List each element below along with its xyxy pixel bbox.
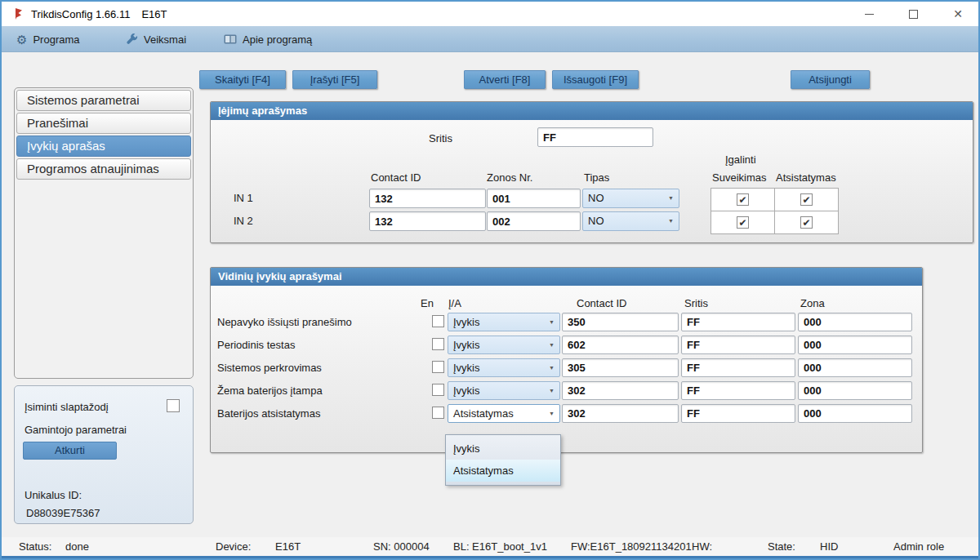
menu-programa[interactable]: ⚙ Programa <box>11 26 85 52</box>
event2-ia-dropdown[interactable]: Įvykis <box>448 336 560 354</box>
event2-zona-input[interactable] <box>798 336 912 354</box>
sidebar-item-sistemos-parametrai[interactable]: Sistemos parametrai <box>16 90 191 111</box>
app-logo-icon <box>13 7 24 20</box>
type-column-header: Tipas <box>584 171 609 184</box>
state-value: HID <box>820 540 838 553</box>
restore-column-header: Atsistatymas <box>776 171 836 184</box>
open-button[interactable]: Atverti [F8] <box>464 70 546 89</box>
role-label: Admin role <box>893 540 944 553</box>
event3-zona-input[interactable] <box>798 358 912 377</box>
contact-id-column-header: Contact ID <box>577 297 626 309</box>
sidebar-item-programos-atnaujinimas[interactable]: Programos atnaujinimas <box>16 158 191 180</box>
event-row-label: Periodinis testas <box>217 339 295 351</box>
write-button[interactable]: Įrašyti [F5] <box>292 70 377 89</box>
event4-en-checkbox[interactable] <box>432 384 444 396</box>
maximize-button[interactable] <box>896 2 930 26</box>
event4-zona-input[interactable] <box>798 381 912 400</box>
app-window: TrikdisConfig 1.66.11E16T ✕ ⚙ Programa V… <box>0 0 980 560</box>
minimize-button[interactable] <box>852 2 886 26</box>
menu-bar: ⚙ Programa Veiksmai Apie programą <box>2 26 978 52</box>
in1-type-dropdown[interactable]: NO <box>582 189 679 208</box>
title-bar: TrikdisConfig 1.66.11E16T ✕ <box>2 2 978 26</box>
event2-ia-value: Įvykis <box>453 339 480 351</box>
event5-zona-input[interactable] <box>798 404 912 423</box>
dropdown-option-ivykis[interactable]: Įvykis <box>446 438 560 460</box>
event2-en-checkbox[interactable] <box>432 338 444 350</box>
save-button[interactable]: Išsaugoti [F9] <box>552 70 639 89</box>
close-button[interactable]: ✕ <box>941 2 975 26</box>
event5-ia-dropdown[interactable]: Atsistatymas <box>448 404 560 423</box>
unique-id-value: D88039E75367 <box>26 507 100 519</box>
event5-sritis-input[interactable] <box>681 404 795 423</box>
device-value: E16T <box>275 540 301 553</box>
event-row-label: Baterijos atsistatymas <box>217 407 320 420</box>
event1-sritis-input[interactable] <box>681 313 795 331</box>
enable-check-grid <box>711 188 839 233</box>
window-title: TrikdisConfig 1.66.11E16T <box>31 8 167 20</box>
remember-password-label: Įsiminti slaptažodį <box>24 401 109 413</box>
in1-restore-checkbox[interactable] <box>800 193 813 206</box>
check-cell <box>774 211 839 234</box>
event5-ia-value: Atsistatymas <box>453 407 514 420</box>
in2-type-dropdown[interactable]: NO <box>582 211 679 231</box>
event5-contact-id-input[interactable] <box>562 404 679 423</box>
status-label: Status: <box>19 540 51 553</box>
state-label: State: <box>768 540 795 553</box>
in2-zone-input[interactable] <box>487 211 581 231</box>
event4-ia-dropdown[interactable]: Įvykis <box>448 381 560 400</box>
firmware: FW:E16T_180921134201 <box>571 540 692 553</box>
sidebar-item-pranesimai[interactable]: Pranešimai <box>16 113 191 134</box>
in2-restore-checkbox[interactable] <box>800 216 813 229</box>
menu-apie[interactable]: Apie programą <box>219 26 317 52</box>
check-cell <box>774 188 839 211</box>
in2-trigger-checkbox[interactable] <box>737 216 749 229</box>
sritis-input[interactable] <box>537 127 653 147</box>
event4-contact-id-input[interactable] <box>562 381 679 400</box>
bottom-accent-strip <box>2 556 978 560</box>
event3-ia-dropdown[interactable]: Įvykis <box>448 358 560 377</box>
sidebar-item-ivykiu-aprasas[interactable]: Įvykių aprašas <box>16 136 191 157</box>
event-row-label: Sistemos perkrovimas <box>217 362 322 374</box>
read-button[interactable]: Skaityti [F4] <box>199 70 286 89</box>
input-row-label: IN 1 <box>234 192 253 204</box>
disconnect-button[interactable]: Atsijungti <box>791 70 870 89</box>
check-cell <box>710 211 775 234</box>
event1-en-checkbox[interactable] <box>432 315 444 327</box>
ia-column-header: Į/A <box>448 297 461 309</box>
event4-sritis-input[interactable] <box>681 381 795 400</box>
event1-contact-id-input[interactable] <box>562 313 679 331</box>
events-panel: Vidinių įvykių aprašymai En Į/A Contact … <box>210 267 923 453</box>
trigger-column-header: Suveikimas <box>712 171 766 184</box>
menu-programa-label: Programa <box>33 33 79 46</box>
event3-contact-id-input[interactable] <box>562 358 679 377</box>
menu-veiksmai[interactable]: Veiksmai <box>121 26 191 52</box>
restore-button[interactable]: Atkurti <box>23 442 117 460</box>
event2-sritis-input[interactable] <box>681 336 795 354</box>
event5-en-checkbox[interactable] <box>432 407 444 419</box>
sritis-label: Sritis <box>429 132 452 144</box>
menu-apie-label: Apie programą <box>243 33 312 46</box>
zone-column-header: Zonos Nr. <box>487 171 532 184</box>
device-label: Device: <box>216 540 251 553</box>
hardware-label: HW: <box>692 540 712 553</box>
status-bar: Status: done Device: E16T SN: 000004 BL:… <box>2 537 978 556</box>
remember-password-checkbox[interactable] <box>167 399 180 412</box>
in1-trigger-checkbox[interactable] <box>737 193 749 206</box>
dropdown-option-atsistatymas[interactable]: Atsistatymas <box>446 460 560 482</box>
event1-zona-input[interactable] <box>798 313 912 331</box>
event4-ia-value: Įvykis <box>453 384 480 397</box>
event3-en-checkbox[interactable] <box>432 361 444 373</box>
app-title: TrikdisConfig 1.66.11 <box>31 8 130 20</box>
event3-sritis-input[interactable] <box>681 358 795 377</box>
event1-ia-dropdown[interactable]: Įvykis <box>448 313 560 331</box>
contact-id-column-header: Contact ID <box>371 171 421 184</box>
bootloader: BL: E16T_boot_1v1 <box>453 540 547 553</box>
event2-contact-id-input[interactable] <box>562 336 679 354</box>
in1-contact-id-input[interactable] <box>369 189 486 208</box>
unique-id-label: Unikalus ID: <box>24 489 82 501</box>
in1-zone-input[interactable] <box>487 189 581 208</box>
device-title: E16T <box>141 8 167 20</box>
in2-contact-id-input[interactable] <box>369 211 486 231</box>
close-icon: ✕ <box>953 7 963 20</box>
ia-dropdown-popup: Įvykis Atsistatymas <box>445 434 561 486</box>
